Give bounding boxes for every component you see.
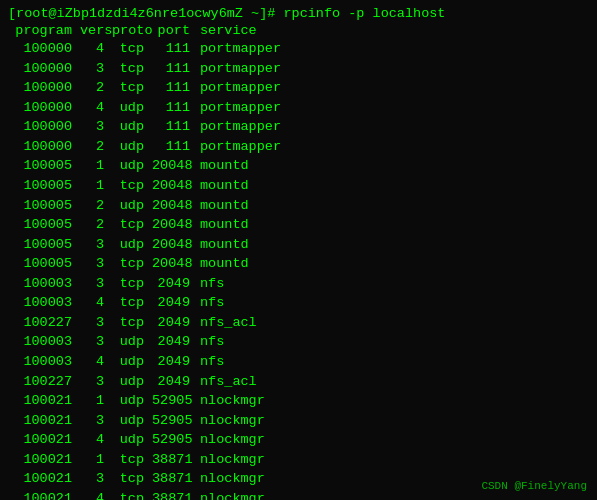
cell-program: 100005 xyxy=(8,235,80,255)
cell-program: 100021 xyxy=(8,489,80,500)
cell-proto: tcp xyxy=(112,313,152,333)
table-row: 100005 1 tcp 20048 mountd xyxy=(8,176,589,196)
table-header: program vers proto port service xyxy=(8,23,589,38)
table-row: 100005 3 udp 20048 mountd xyxy=(8,235,589,255)
table-row: 100000 4 udp 111 portmapper xyxy=(8,98,589,118)
cell-service: portmapper xyxy=(198,98,281,118)
cell-port: 20048 xyxy=(152,235,198,255)
table-row: 100021 3 udp 52905 nlockmgr xyxy=(8,411,589,431)
cell-service: nfs_acl xyxy=(198,372,257,392)
cell-proto: udp xyxy=(112,391,152,411)
cell-vers: 4 xyxy=(80,98,112,118)
cell-program: 100000 xyxy=(8,59,80,79)
cell-proto: tcp xyxy=(112,176,152,196)
cell-service: portmapper xyxy=(198,59,281,79)
cell-program: 100227 xyxy=(8,313,80,333)
header-vers: vers xyxy=(80,23,112,38)
cell-program: 100227 xyxy=(8,372,80,392)
table-row: 100021 1 udp 52905 nlockmgr xyxy=(8,391,589,411)
table-row: 100005 1 udp 20048 mountd xyxy=(8,156,589,176)
table-row: 100005 2 udp 20048 mountd xyxy=(8,196,589,216)
cell-vers: 4 xyxy=(80,430,112,450)
cell-service: portmapper xyxy=(198,137,281,157)
cell-service: nfs xyxy=(198,274,224,294)
cell-service: nfs xyxy=(198,332,224,352)
table-row: 100021 4 udp 52905 nlockmgr xyxy=(8,430,589,450)
cell-port: 2049 xyxy=(152,293,198,313)
table-row: 100003 4 udp 2049 nfs xyxy=(8,352,589,372)
cell-vers: 3 xyxy=(80,411,112,431)
cell-vers: 3 xyxy=(80,313,112,333)
cell-proto: udp xyxy=(112,98,152,118)
cell-program: 100005 xyxy=(8,176,80,196)
cell-program: 100021 xyxy=(8,430,80,450)
watermark: CSDN @FinelyYang xyxy=(481,480,587,492)
cell-vers: 1 xyxy=(80,450,112,470)
cell-proto: tcp xyxy=(112,39,152,59)
cell-proto: tcp xyxy=(112,469,152,489)
cell-port: 111 xyxy=(152,59,198,79)
cell-vers: 3 xyxy=(80,469,112,489)
cell-port: 2049 xyxy=(152,313,198,333)
cell-port: 111 xyxy=(152,137,198,157)
cell-proto: udp xyxy=(112,117,152,137)
cell-port: 20048 xyxy=(152,215,198,235)
cell-service: nlockmgr xyxy=(198,391,265,411)
cell-program: 100021 xyxy=(8,411,80,431)
cell-vers: 3 xyxy=(80,332,112,352)
header-program: program xyxy=(8,23,80,38)
cell-proto: tcp xyxy=(112,254,152,274)
cell-proto: udp xyxy=(112,332,152,352)
cell-service: portmapper xyxy=(198,78,281,98)
cell-proto: udp xyxy=(112,372,152,392)
cell-vers: 3 xyxy=(80,59,112,79)
cell-proto: udp xyxy=(112,235,152,255)
cell-port: 111 xyxy=(152,39,198,59)
cell-port: 2049 xyxy=(152,332,198,352)
cell-program: 100000 xyxy=(8,78,80,98)
cell-port: 2049 xyxy=(152,274,198,294)
table-row: 100021 1 tcp 38871 nlockmgr xyxy=(8,450,589,470)
cell-proto: tcp xyxy=(112,293,152,313)
table-row: 100227 3 udp 2049 nfs_acl xyxy=(8,372,589,392)
table-row: 100000 2 udp 111 portmapper xyxy=(8,137,589,157)
cell-port: 111 xyxy=(152,117,198,137)
table-row: 100000 3 tcp 111 portmapper xyxy=(8,59,589,79)
cell-port: 2049 xyxy=(152,372,198,392)
cell-port: 20048 xyxy=(152,156,198,176)
table-row: 100227 3 tcp 2049 nfs_acl xyxy=(8,313,589,333)
cell-program: 100003 xyxy=(8,274,80,294)
cell-vers: 2 xyxy=(80,137,112,157)
cell-service: mountd xyxy=(198,215,249,235)
cell-service: mountd xyxy=(198,235,249,255)
terminal-title: [root@iZbp1dzdi4z6nre1ocwy6mZ ~]# rpcinf… xyxy=(8,6,589,21)
cell-vers: 3 xyxy=(80,274,112,294)
cell-program: 100005 xyxy=(8,215,80,235)
table-row: 100005 2 tcp 20048 mountd xyxy=(8,215,589,235)
cell-proto: tcp xyxy=(112,489,152,500)
cell-vers: 4 xyxy=(80,39,112,59)
cell-service: nfs xyxy=(198,293,224,313)
cell-program: 100000 xyxy=(8,137,80,157)
cell-proto: tcp xyxy=(112,78,152,98)
cell-proto: udp xyxy=(112,411,152,431)
cell-program: 100005 xyxy=(8,254,80,274)
cell-vers: 1 xyxy=(80,176,112,196)
cell-port: 111 xyxy=(152,78,198,98)
table-row: 100000 2 tcp 111 portmapper xyxy=(8,78,589,98)
cell-service: mountd xyxy=(198,156,249,176)
cell-vers: 4 xyxy=(80,293,112,313)
cell-proto: tcp xyxy=(112,215,152,235)
table-row: 100000 3 udp 111 portmapper xyxy=(8,117,589,137)
cell-program: 100021 xyxy=(8,450,80,470)
cell-service: nlockmgr xyxy=(198,450,265,470)
header-service: service xyxy=(198,23,257,38)
cell-program: 100003 xyxy=(8,352,80,372)
terminal-window: [root@iZbp1dzdi4z6nre1ocwy6mZ ~]# rpcinf… xyxy=(0,0,597,500)
cell-service: nlockmgr xyxy=(198,430,265,450)
cell-proto: udp xyxy=(112,196,152,216)
cell-service: mountd xyxy=(198,196,249,216)
cell-port: 20048 xyxy=(152,176,198,196)
cell-proto: udp xyxy=(112,430,152,450)
cell-vers: 3 xyxy=(80,254,112,274)
